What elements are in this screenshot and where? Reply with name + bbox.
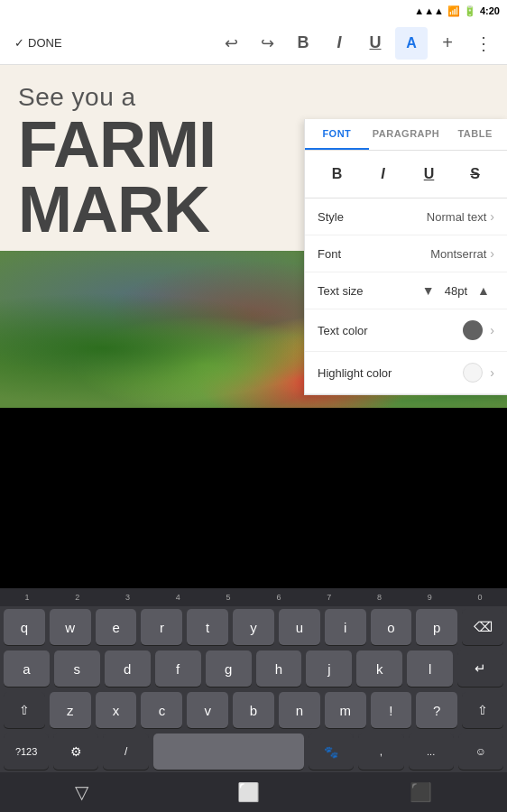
size-decrease-button[interactable]: ▼ (418, 280, 439, 301)
status-icons: ▲▲▲ 📶 🔋 4:20 (414, 5, 500, 17)
undo-button[interactable]: ↩ (215, 27, 247, 60)
ruler: 1 2 3 4 5 6 7 8 9 0 (0, 588, 507, 606)
key-j[interactable]: j (306, 651, 352, 687)
space-key[interactable] (153, 734, 304, 770)
done-button[interactable]: ✓ DONE (7, 31, 69, 55)
key-f[interactable]: f (155, 651, 201, 687)
keyboard-row-4: ?123 ⚙ / 🐾 , ... ☺ (0, 731, 507, 772)
home-button[interactable]: ⬜ (219, 774, 278, 810)
key-y[interactable]: y (233, 609, 274, 645)
size-increase-button[interactable]: ▲ (473, 280, 494, 301)
bottom-nav: ▽ ⬜ ⬛ (0, 772, 507, 812)
highlight-color-row[interactable]: Highlight color › (305, 352, 507, 394)
key-s[interactable]: s (54, 651, 100, 687)
battery-icon: 🔋 (464, 5, 476, 17)
key-m[interactable]: m (325, 692, 366, 728)
key-i[interactable]: i (325, 609, 366, 645)
bold-icon: B (298, 33, 309, 52)
key-r[interactable]: r (141, 609, 182, 645)
key-x[interactable]: x (96, 692, 137, 728)
done-label: DONE (28, 36, 62, 50)
key-a[interactable]: a (4, 651, 50, 687)
format-text-icon: A (406, 35, 417, 51)
key-question[interactable]: ? (416, 692, 457, 728)
wifi-icon: 📶 (447, 5, 460, 17)
key-n[interactable]: n (279, 692, 320, 728)
time-display: 4:20 (480, 5, 500, 16)
italic-fmt-button[interactable]: I (367, 158, 400, 190)
key-c[interactable]: c (141, 692, 182, 728)
format-text-button[interactable]: A (395, 27, 428, 60)
more-button[interactable]: ⋮ (467, 27, 500, 60)
highlight-color-circle (463, 363, 483, 383)
redo-icon: ↪ (261, 33, 274, 53)
highlight-color-value-group: › (463, 363, 494, 383)
keyboard-row-1: q w e r t y u i o p ⌫ (0, 606, 507, 648)
key-h[interactable]: h (256, 651, 302, 687)
strikethrough-fmt-button[interactable]: S (459, 158, 492, 190)
text-color-circle (463, 320, 483, 340)
font-row[interactable]: Font Montserrat › (305, 235, 507, 272)
style-value-group: Normal text › (427, 209, 494, 224)
add-button[interactable]: + (431, 27, 464, 60)
style-row[interactable]: Style Normal text › (305, 198, 507, 235)
comma-key[interactable]: , (358, 734, 403, 770)
key-t[interactable]: t (187, 609, 228, 645)
panel-tabs: FONT PARAGRAPH TABLE (305, 119, 507, 151)
key-q[interactable]: q (4, 609, 45, 645)
style-label: Style (318, 210, 427, 224)
style-chevron-icon: › (490, 209, 494, 224)
key-d[interactable]: d (105, 651, 151, 687)
emoji-key[interactable]: ☺ (458, 734, 503, 770)
format-panel: FONT PARAGRAPH TABLE B I U S Style Norma… (304, 119, 507, 395)
key-b[interactable]: b (233, 692, 274, 728)
bold-button[interactable]: B (287, 27, 319, 60)
key-p[interactable]: p (416, 609, 457, 645)
key-k[interactable]: k (356, 651, 402, 687)
key-w[interactable]: w (50, 609, 91, 645)
size-value: 48pt (445, 284, 467, 298)
backspace-key[interactable]: ⌫ (462, 609, 503, 645)
shift-right-key[interactable]: ⇧ (462, 692, 503, 728)
text-size-row: Text size ▼ 48pt ▲ (305, 272, 507, 309)
enter-key[interactable]: ↵ (457, 651, 503, 687)
underline-fmt-button[interactable]: U (413, 158, 446, 190)
font-value-group: Montserrat › (430, 246, 494, 261)
highlight-color-label: Highlight color (318, 366, 463, 380)
back-button[interactable]: ▽ (57, 774, 106, 810)
paw-key[interactable]: 🐾 (309, 734, 354, 770)
tab-paragraph[interactable]: PARAGRAPH (369, 119, 444, 150)
key-o[interactable]: o (371, 609, 412, 645)
undo-icon: ↩ (225, 33, 238, 53)
text-color-chevron-icon: › (490, 323, 494, 337)
ruler-numbers: 1 2 3 4 5 6 7 8 9 0 (2, 593, 505, 602)
key-l[interactable]: l (407, 651, 453, 687)
slash-key[interactable]: / (103, 734, 148, 770)
key-v[interactable]: v (187, 692, 228, 728)
tab-font[interactable]: FONT (305, 119, 369, 150)
tab-table[interactable]: TABLE (443, 119, 507, 150)
document-area: See you a FARMI MARK COME ALL! COME HUNG… (0, 65, 507, 408)
underline-button[interactable]: U (359, 27, 392, 60)
italic-button[interactable]: I (323, 27, 355, 60)
settings-key[interactable]: ⚙ (53, 734, 98, 770)
key-e[interactable]: e (96, 609, 137, 645)
numbers-key[interactable]: ?123 (4, 734, 49, 770)
recent-apps-button[interactable]: ⬛ (392, 774, 450, 810)
status-bar: ▲▲▲ 📶 🔋 4:20 (0, 0, 507, 22)
redo-button[interactable]: ↪ (251, 27, 283, 60)
period-key[interactable]: ... (409, 734, 454, 770)
text-color-row[interactable]: Text color › (305, 309, 507, 352)
key-u[interactable]: u (279, 609, 320, 645)
main-toolbar: ✓ DONE ↩ ↪ B I U A + ⋮ (0, 22, 507, 65)
key-z[interactable]: z (50, 692, 91, 728)
key-exclamation[interactable]: ! (371, 692, 412, 728)
style-value: Normal text (427, 210, 486, 224)
bold-fmt-button[interactable]: B (321, 158, 354, 190)
keyboard: 1 2 3 4 5 6 7 8 9 0 q w e r t y u i o p … (0, 588, 507, 812)
key-g[interactable]: g (206, 651, 252, 687)
shift-left-key[interactable]: ⇧ (4, 692, 45, 728)
text-color-value-group: › (463, 320, 494, 340)
format-buttons-row: B I U S (305, 151, 507, 198)
highlight-color-chevron-icon: › (490, 365, 494, 380)
